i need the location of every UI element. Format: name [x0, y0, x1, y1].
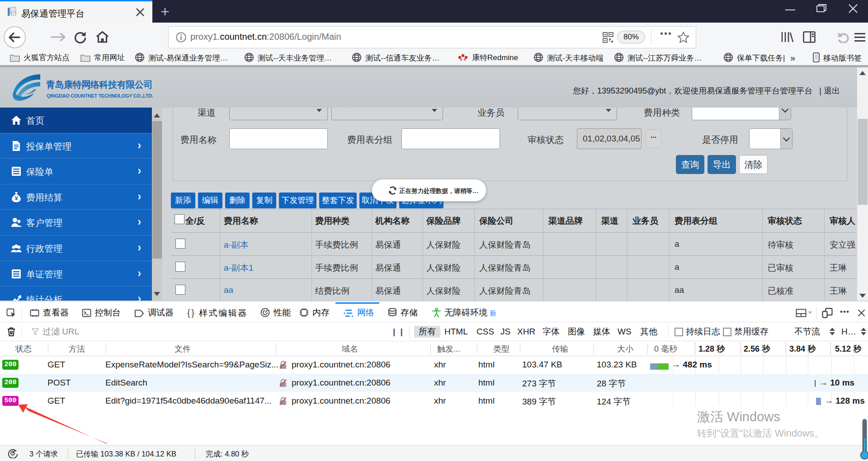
svg-text:¥: ¥ — [14, 195, 18, 202]
